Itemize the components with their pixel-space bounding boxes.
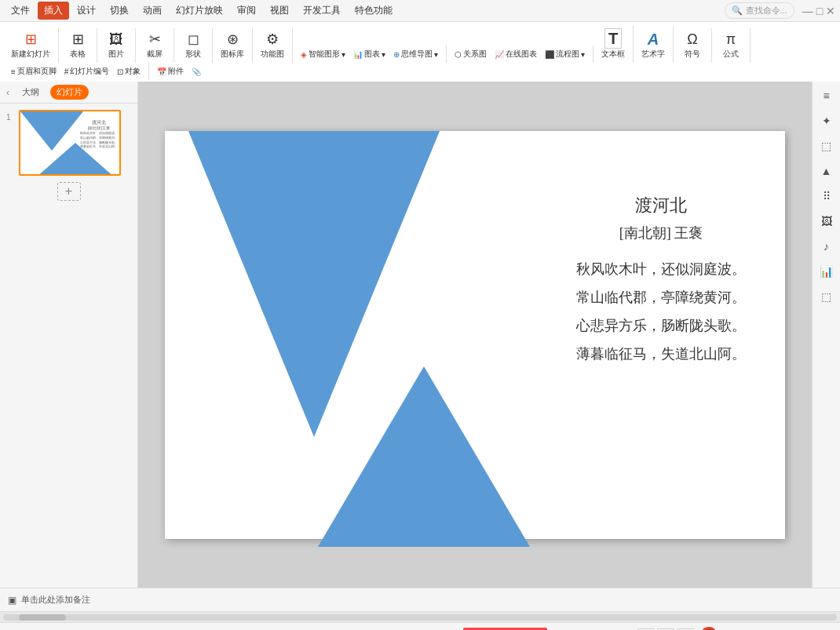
svg-marker-3 xyxy=(318,366,530,547)
mindmap-dropdown-icon: ▾ xyxy=(434,50,438,59)
nav-arrow-left[interactable]: ‹ xyxy=(5,86,11,100)
hscroll-track[interactable] xyxy=(3,614,837,621)
datetime-icon: 📅 xyxy=(157,67,166,76)
note-placeholder[interactable]: 单击此处添加备注 xyxy=(21,594,90,606)
btn-symbol[interactable]: Ω 符号 xyxy=(678,30,707,61)
poem-author: [南北朝] 王褒 xyxy=(576,224,746,242)
status-right: 头条 @风云办公网 ✨ 一键美化 ▾ 🔲 ⊟ ⊞ ⊠ ▶ － ＋ 61% xyxy=(463,627,831,631)
btn-object[interactable]: ⊡ 对象 xyxy=(114,64,144,78)
rt-btn-box[interactable]: ⬚ xyxy=(816,286,838,308)
left-panel: ‹ 大纲 幻灯片 1 渡河北 xyxy=(0,82,138,588)
add-slide-button[interactable]: + xyxy=(57,182,81,201)
ribbon-group-headerfooter: ≡ 页眉和页脚 # 幻灯片编号 ⊡ 对象 xyxy=(3,63,149,80)
image-icon: 🖼 xyxy=(109,31,123,49)
artword-icon: A xyxy=(648,30,659,49)
menu-slideshow[interactable]: 幻灯片放映 xyxy=(170,2,229,20)
play-button[interactable]: ▶ xyxy=(700,627,718,631)
btn-smartshape[interactable]: ◈ 智能图形 ▾ xyxy=(298,47,349,61)
note-icon: ▣ xyxy=(8,595,16,606)
btn-funcdiag[interactable]: ⚙ 功能图 xyxy=(257,30,287,61)
rt-btn-layout[interactable]: ⬚ xyxy=(816,135,838,157)
tabs-bar: ‹ 大纲 幻灯片 xyxy=(0,82,137,104)
canvas-area[interactable]: 渡河北 [南北朝] 王褒 秋风吹木叶，还似洞庭波。 常山临代郡，亭障绕黄河。 心… xyxy=(138,82,812,588)
ribbon-group-relation: ⬡ 关系图 📈 在线图表 ⬛ 流程图 ▾ xyxy=(447,46,593,63)
btn-relation[interactable]: ⬡ 关系图 xyxy=(451,47,490,61)
relation-icon: ⬡ xyxy=(455,50,462,59)
menu-bar: 文件 插入 设计 切换 动画 幻灯片放映 审阅 视图 开发工具 特色功能 🔍 查… xyxy=(0,0,840,22)
btn-image[interactable]: 🖼 图片 xyxy=(102,30,130,61)
btn-new-slide[interactable]: ⊞ 新建幻灯片 xyxy=(8,30,53,61)
triangle-up-shape[interactable] xyxy=(318,366,530,549)
window-controls[interactable]: — □ ✕ xyxy=(802,5,835,17)
textbox-icon: T xyxy=(604,28,622,49)
slide-thumbnail-1[interactable]: 渡河北 [南北朝]王褒 秋风吹木叶，还似洞庭波。 常山临代郡，亭障绕黄河。 心悲… xyxy=(19,110,121,176)
chart-icon: 📊 xyxy=(353,50,363,59)
tab-outline[interactable]: 大纲 xyxy=(16,85,46,100)
ribbon-group-smartshape: ◈ 智能图形 ▾ 📊 图表 ▾ ⊕ 思维导图 ▾ xyxy=(293,46,447,63)
menu-insert[interactable]: 插入 xyxy=(38,2,69,20)
ribbon-group-shape: ◻ 形状 xyxy=(174,28,213,63)
hscroll-thumb[interactable] xyxy=(19,614,66,621)
ribbon: ⊞ 新建幻灯片 ⊞ 表格 🖼 图片 xyxy=(0,22,840,82)
rt-btn-triangle[interactable]: ▲ xyxy=(816,160,838,182)
btn-chart[interactable]: 📊 图表 ▾ xyxy=(350,47,389,61)
ribbon-group-funcdiag: ⚙ 功能图 xyxy=(253,28,293,63)
menu-review[interactable]: 审阅 xyxy=(231,2,262,20)
shape-icon: ◻ xyxy=(188,31,199,49)
rt-btn-sparkle[interactable]: ✦ xyxy=(816,110,838,132)
rt-btn-lines[interactable]: ≡ xyxy=(816,85,838,107)
btn-iconlib[interactable]: ⊛ 图标库 xyxy=(217,30,247,61)
tab-slides[interactable]: 幻灯片 xyxy=(50,85,89,100)
slides-panel[interactable]: 1 渡河北 [南北朝]王褒 秋风吹木叶，还似洞庭波。 xyxy=(0,104,137,588)
mindmap-icon: ⊕ xyxy=(393,50,400,59)
btn-attachment[interactable]: 📎 xyxy=(188,66,206,78)
newslide-icon: ⊞ xyxy=(25,31,37,49)
poem-title: 渡河北 xyxy=(576,194,746,217)
funcdiag-icon: ⚙ xyxy=(266,31,279,49)
btn-online-chart[interactable]: 📈 在线图表 xyxy=(491,47,540,61)
btn-table[interactable]: ⊞ 表格 xyxy=(64,30,92,61)
btn-textbox[interactable]: T 文本框 xyxy=(598,27,628,61)
slide-number-1: 1 xyxy=(6,113,16,122)
menu-special[interactable]: 特色功能 xyxy=(349,2,399,20)
menu-animation[interactable]: 动画 xyxy=(137,2,168,20)
rt-btn-chart[interactable]: 📊 xyxy=(816,260,838,282)
ribbon-group-screenshot: ✂ 截屏 xyxy=(136,28,174,63)
btn-mindmap[interactable]: ⊕ 思维导图 ▾ xyxy=(390,47,441,61)
menu-transition[interactable]: 切换 xyxy=(104,2,135,20)
menu-design[interactable]: 设计 xyxy=(71,2,102,20)
rt-btn-audio[interactable]: ♪ xyxy=(816,235,838,257)
btn-shape[interactable]: ◻ 形状 xyxy=(179,30,207,61)
btn-screenshot[interactable]: ✂ 截屏 xyxy=(141,30,169,61)
screenshot-icon: ✂ xyxy=(149,31,161,49)
smartshape-dropdown-icon: ▾ xyxy=(341,50,345,59)
search-box[interactable]: 🔍 查找命令... xyxy=(725,2,794,19)
btn-datetime[interactable]: 📅 附件 xyxy=(154,64,187,78)
poem-content: 渡河北 [南北朝] 王褒 秋风吹木叶，还似洞庭波。 常山临代郡，亭障绕黄河。 心… xyxy=(576,194,746,368)
table-icon: ⊞ xyxy=(72,31,84,49)
slide-thumb-item-1[interactable]: 1 渡河北 [南北朝]王褒 秋风吹木叶，还似洞庭波。 xyxy=(6,110,131,176)
menu-view[interactable]: 视图 xyxy=(264,2,295,20)
btn-flowchart[interactable]: ⬛ 流程图 ▾ xyxy=(542,47,588,61)
status-bar: 幻灯片 1 / 1 Office 主题 头条 @风云办公网 ✨ 一键美化 ▾ 🔲… xyxy=(0,622,840,630)
ribbon-group-symbol: Ω 符号 xyxy=(674,28,712,63)
rt-btn-grid[interactable]: ⠿ xyxy=(816,185,838,207)
btn-formula[interactable]: π 公式 xyxy=(717,30,745,61)
ribbon-group-formula: π 公式 xyxy=(712,28,751,63)
ribbon-group-newslide: ⊞ 新建幻灯片 xyxy=(3,28,59,63)
btn-artword[interactable]: A 艺术字 xyxy=(638,28,668,61)
horizontal-scrollbar[interactable] xyxy=(0,611,840,622)
btn-slidenumber[interactable]: # 幻灯片编号 xyxy=(61,64,113,78)
slide-canvas[interactable]: 渡河北 [南北朝] 王褒 秋风吹木叶，还似洞庭波。 常山临代郡，亭障绕黄河。 心… xyxy=(165,131,785,539)
ribbon-group-image: 🖼 图片 xyxy=(97,28,136,63)
search-icon: 🔍 xyxy=(732,5,743,16)
menu-file[interactable]: 文件 xyxy=(5,2,36,20)
flowchart-icon: ⬛ xyxy=(545,50,554,59)
search-placeholder: 查找命令... xyxy=(746,5,787,16)
attachment-icon: 📎 xyxy=(192,67,201,76)
symbol-icon: Ω xyxy=(687,31,697,49)
btn-headerfooter[interactable]: ≡ 页眉和页脚 xyxy=(8,64,60,78)
chart-dropdown-icon: ▾ xyxy=(382,50,385,59)
rt-btn-image[interactable]: 🖼 xyxy=(816,210,838,232)
menu-developer[interactable]: 开发工具 xyxy=(297,2,347,20)
